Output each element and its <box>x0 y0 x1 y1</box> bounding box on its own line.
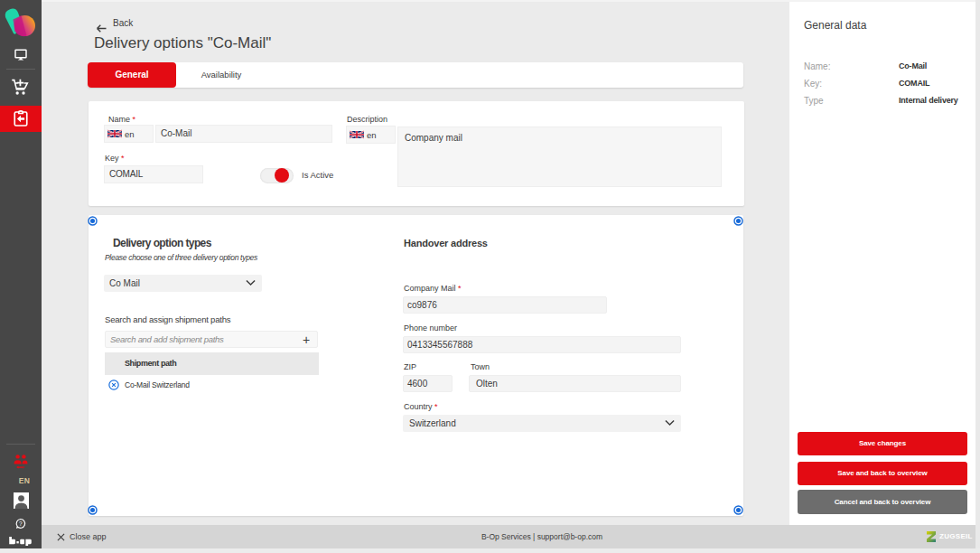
svg-text:?: ? <box>19 520 23 527</box>
